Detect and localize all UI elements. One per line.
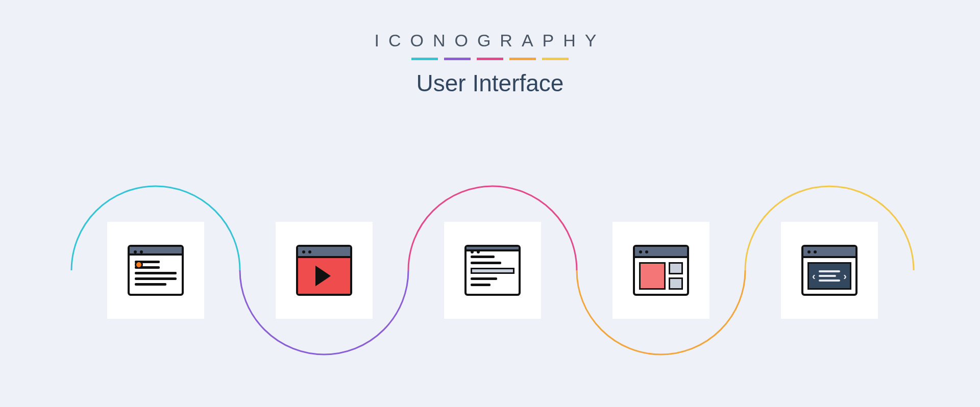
angle-left-icon: ‹ [812, 270, 816, 282]
pack-subtitle: User Interface [0, 69, 980, 97]
play-icon [317, 268, 331, 284]
brand-title: ICONOGRAPHY [0, 31, 980, 50]
icon-card-3 [444, 222, 541, 319]
divider-seg-5 [542, 58, 569, 60]
icon-card-1 [107, 222, 204, 319]
icon-card-2 [276, 222, 373, 319]
divider-seg-1 [411, 58, 438, 60]
article-window-icon [128, 245, 184, 296]
video-window-icon [296, 245, 352, 296]
divider-seg-2 [444, 58, 471, 60]
icon-card-5: ‹ › [781, 222, 878, 319]
divider-seg-4 [509, 58, 536, 60]
icon-card-4 [612, 222, 709, 319]
search-window-icon [464, 245, 521, 296]
layout-sidebar-window-icon [633, 245, 689, 296]
angle-right-icon: › [843, 270, 847, 282]
color-divider [408, 58, 572, 60]
code-window-icon: ‹ › [801, 245, 857, 296]
icon-stage: ‹ › [0, 153, 980, 388]
header: ICONOGRAPHY User Interface [0, 31, 980, 97]
divider-seg-3 [477, 58, 503, 60]
